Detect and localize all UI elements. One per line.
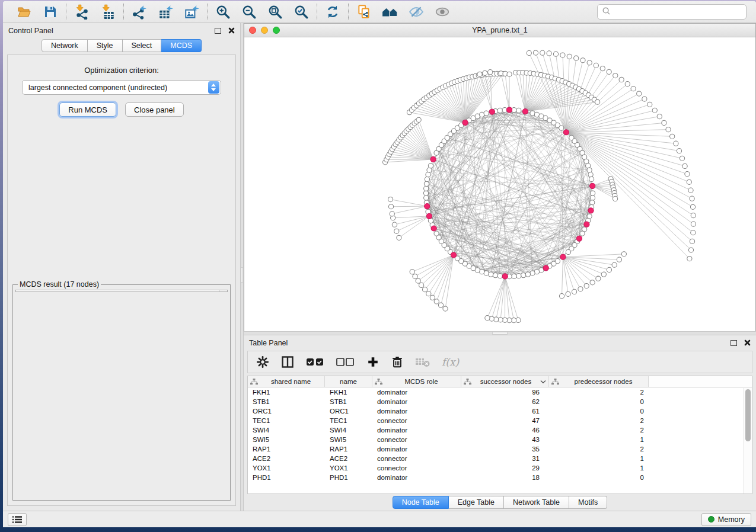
column-header-name[interactable]: name: [325, 376, 372, 387]
cell-successor-nodes: 47: [461, 416, 549, 425]
cell-mcds-role: connector: [372, 463, 461, 473]
table-row[interactable]: PHD1PHD1dominator180: [248, 473, 752, 482]
tab-motifs[interactable]: Motifs: [569, 496, 607, 509]
panel-splitter[interactable]: [240, 23, 244, 511]
import-network-button[interactable]: [74, 4, 90, 20]
mcds-result-box: MCDS result (17 nodes) PHD1CAR1STP4TID3Y…: [12, 280, 231, 501]
table-row[interactable]: ACE2ACE2connector311: [248, 454, 752, 463]
tab-select[interactable]: Select: [123, 39, 162, 52]
add-row-plus-icon[interactable]: [366, 355, 379, 368]
tab-node-table[interactable]: Node Table: [393, 496, 449, 509]
show-all-eye-icon-button[interactable]: [434, 4, 451, 20]
cell-successor-nodes: 29: [461, 463, 549, 473]
list-scrollbar[interactable]: [219, 290, 227, 291]
copy-network-button[interactable]: [356, 4, 372, 20]
cell-successor-nodes: 62: [461, 397, 549, 406]
table-row[interactable]: RAP1RAP1dominator352: [248, 444, 752, 454]
column-header-predecessor-nodes[interactable]: predecessor nodes: [549, 376, 649, 387]
deselect-all-checkboxes-icon[interactable]: [336, 357, 355, 367]
search-input[interactable]: [614, 8, 742, 16]
select-all-checkboxes-icon[interactable]: [306, 357, 325, 367]
close-panel-button-mcds[interactable]: Close panel: [125, 102, 184, 117]
scrollbar-thumb[interactable]: [745, 389, 751, 441]
cell-predecessor-nodes: 1: [549, 454, 649, 463]
tab-style[interactable]: Style: [88, 39, 123, 52]
task-history-list-icon-button[interactable]: [8, 513, 27, 526]
cell-mcds-role: connector: [372, 435, 461, 444]
cell-successor-nodes: 96: [461, 387, 549, 397]
cell-predecessor-nodes: 1: [549, 463, 649, 473]
table-row[interactable]: SWI5SWI5connector431: [248, 435, 752, 444]
close-table-panel-button[interactable]: [744, 339, 751, 346]
cell-mcds-role: dominator: [372, 473, 461, 482]
optimization-criterion-select[interactable]: largest connected component (undirected): [22, 80, 221, 95]
table-body: FKH1FKH1dominator962STB1STB1dominator620…: [248, 387, 752, 482]
table-row[interactable]: ORC1ORC1dominator610: [248, 406, 752, 416]
close-panel-button[interactable]: [228, 27, 235, 34]
zoom-out-button[interactable]: [241, 4, 257, 20]
memory-label: Memory: [718, 515, 745, 524]
refresh-layout-button[interactable]: [324, 4, 341, 20]
cell-name: ORC1: [325, 406, 372, 416]
import-table-button[interactable]: [100, 4, 116, 20]
memory-status-button[interactable]: Memory: [701, 513, 751, 526]
function-builder-fx-icon: f(x): [442, 356, 459, 368]
float-icon: [731, 340, 737, 346]
column-header-mcds-role[interactable]: MCDS role: [372, 376, 461, 387]
table-row[interactable]: FKH1FKH1dominator962: [248, 387, 752, 397]
dropdown-stepper-icon: [208, 81, 219, 94]
cell-mcds-role: dominator: [372, 387, 461, 397]
cell-shared-name: YOX1: [248, 463, 325, 473]
mcds-node-item[interactable]: PHD1: [19, 291, 227, 292]
cell-successor-nodes: 61: [461, 406, 549, 416]
show-column-icon[interactable]: [280, 355, 295, 369]
zoom-selected-button[interactable]: [293, 4, 310, 20]
export-network-button[interactable]: [131, 4, 148, 20]
save-session-button[interactable]: [42, 4, 59, 20]
cell-shared-name: STB1: [248, 397, 325, 406]
table-row[interactable]: STB1STB1dominator620: [248, 397, 752, 406]
cell-predecessor-nodes: 2: [549, 387, 649, 397]
zoom-in-button[interactable]: [215, 4, 231, 20]
app-window: Control Panel NetworkStyleSelectMCDS Opt…: [3, 1, 756, 527]
delete-table-icon-disabled: [415, 356, 430, 368]
control-panel-title: Control Panel: [8, 27, 53, 35]
cell-name: SWI5: [325, 435, 372, 444]
float-panel-button[interactable]: [215, 28, 221, 34]
table-scrollbar[interactable]: [744, 388, 752, 493]
hide-selected-eye-icon-button[interactable]: [408, 4, 425, 20]
cell-mcds-role: dominator: [372, 444, 461, 454]
first-neighbors-button[interactable]: [382, 4, 398, 20]
export-table-button[interactable]: [157, 4, 174, 20]
column-header-successor-nodes[interactable]: successor nodes: [461, 376, 549, 387]
cell-shared-name: ORC1: [248, 406, 325, 416]
cell-mcds-role: dominator: [372, 397, 461, 406]
cell-shared-name: FKH1: [248, 387, 325, 397]
cell-predecessor-nodes: 1: [549, 435, 649, 444]
table-settings-gear-icon[interactable]: [256, 355, 269, 368]
splitter-handle-icon: [241, 267, 243, 283]
table-splitter[interactable]: [244, 331, 756, 335]
tab-network[interactable]: Network: [42, 39, 88, 52]
cell-name: YOX1: [325, 463, 372, 473]
export-image-button[interactable]: [183, 4, 200, 20]
table-row[interactable]: SWI4SWI4dominator462: [248, 425, 752, 435]
cell-predecessor-nodes: 2: [549, 416, 649, 425]
main-toolbar: [3, 1, 756, 23]
delete-row-trash-icon[interactable]: [391, 355, 404, 368]
table-row[interactable]: YOX1YOX1connector291: [248, 463, 752, 473]
cell-successor-nodes: 43: [461, 435, 549, 444]
run-mcds-button[interactable]: Run MCDS: [59, 102, 116, 117]
network-canvas[interactable]: [244, 37, 755, 331]
tab-edge-table[interactable]: Edge Table: [449, 496, 504, 509]
tab-network-table[interactable]: Network Table: [504, 496, 569, 509]
column-header-shared-name[interactable]: shared name: [248, 376, 325, 387]
cell-shared-name: ACE2: [248, 454, 325, 463]
table-row[interactable]: TEC1TEC1connector472: [248, 416, 752, 425]
cell-successor-nodes: 31: [461, 454, 549, 463]
float-table-panel-button[interactable]: [731, 340, 737, 346]
open-session-button[interactable]: [16, 4, 33, 20]
tab-mcds[interactable]: MCDS: [161, 39, 202, 52]
zoom-fit-button[interactable]: [267, 4, 283, 20]
cell-shared-name: TEC1: [248, 416, 325, 425]
